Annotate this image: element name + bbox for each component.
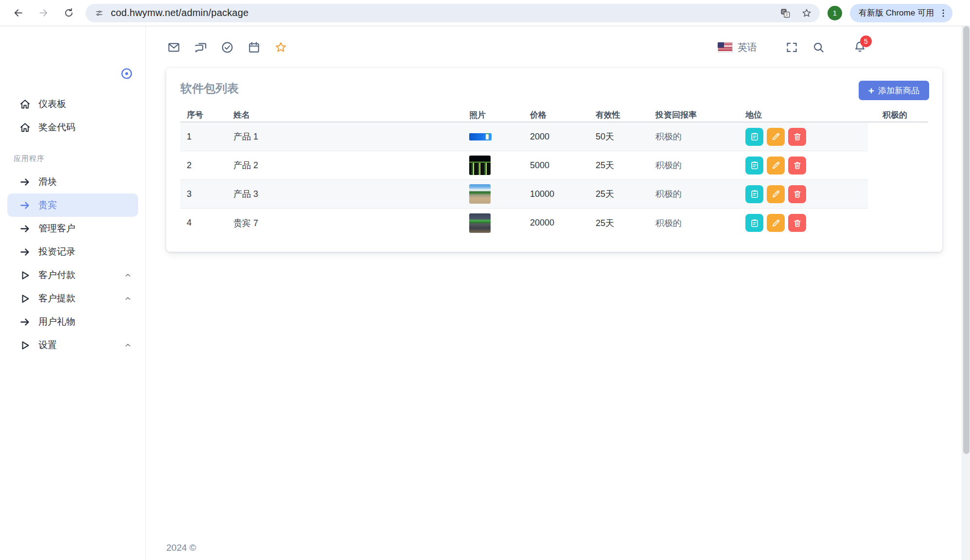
column-header: 照片 <box>469 107 486 122</box>
column-header: 姓名 <box>233 107 250 122</box>
notifications-button[interactable]: 5 <box>840 40 866 55</box>
column-header: 有效性 <box>596 107 620 122</box>
table-body: 1产品 1200050天积极的2产品 2500025天积极的3产品 310000… <box>180 122 868 237</box>
row-actions <box>745 214 806 232</box>
scrollbar-thumb[interactable] <box>963 26 970 454</box>
name-cell: 产品 3 <box>233 180 258 208</box>
num-cell: 50天 <box>596 122 614 151</box>
num-cell: 4 <box>187 209 192 237</box>
sidebar-item-label: 投资记录 <box>38 245 75 258</box>
view-button[interactable] <box>745 185 763 203</box>
chat-icon[interactable] <box>194 41 207 54</box>
address-bar-actions: G文 <box>780 8 812 18</box>
sidebar-item-label: 奖金代码 <box>38 121 75 134</box>
delete-button[interactable] <box>788 214 806 232</box>
product-photo-station-dusk <box>469 213 491 233</box>
edit-button[interactable] <box>767 128 785 146</box>
view-button[interactable] <box>745 214 763 232</box>
delete-button[interactable] <box>788 185 806 203</box>
check-circle-icon[interactable] <box>221 41 234 54</box>
name-cell: 贵宾 7 <box>233 209 258 237</box>
product-photo-blue-banner <box>469 133 492 140</box>
address-bar[interactable]: cod.hwymw.net/admin/package G文 <box>86 4 820 22</box>
column-header: 地位 <box>745 107 762 122</box>
calendar-icon[interactable] <box>247 41 261 54</box>
name-cell: 产品 2 <box>233 151 258 179</box>
browser-back-button[interactable] <box>10 5 26 21</box>
topbar: 英语 5 <box>146 26 970 68</box>
arrow-icon <box>19 176 31 188</box>
back-arrow-icon <box>13 7 24 18</box>
chevron-up-icon[interactable] <box>123 271 132 280</box>
sidebar-item-user-gifts[interactable]: 用户礼物 <box>7 310 138 333</box>
sidebar-item-manage-customers[interactable]: 管理客户 <box>7 217 138 240</box>
actions-wrap-cell <box>745 122 806 151</box>
browser-profile-avatar[interactable]: 1 <box>828 6 842 20</box>
add-product-label: 添加新商品 <box>878 85 919 96</box>
actions-wrap-cell <box>745 180 806 208</box>
translate-icon[interactable]: G文 <box>780 8 791 18</box>
sidebar-section-label: 应用程序 <box>0 147 145 170</box>
chrome-update-chip[interactable]: 有新版 Chrome 可用 <box>850 4 952 22</box>
page-scrollbar[interactable] <box>962 26 970 560</box>
sidebar-item-dashboard[interactable]: 仪表板 <box>7 92 138 116</box>
table-row: 1产品 1200050天积极的 <box>180 122 868 151</box>
sidebar-item-label: 客户付款 <box>38 269 75 281</box>
url-text[interactable]: cod.hwymw.net/admin/package <box>111 7 248 18</box>
num-cell: 2 <box>187 151 192 179</box>
trash-icon <box>793 132 802 141</box>
star-icon[interactable] <box>274 41 287 54</box>
num-cell: 25天 <box>596 180 614 208</box>
page-title: 软件包列表 <box>180 81 239 96</box>
delete-button[interactable] <box>788 157 806 175</box>
browser-forward-button[interactable] <box>35 5 52 21</box>
us-flag-icon[interactable] <box>718 42 733 52</box>
row-actions <box>745 185 806 203</box>
chevron-up-icon[interactable] <box>123 341 132 350</box>
bookmark-star-icon[interactable] <box>801 8 812 18</box>
sidebar-item-investment-records[interactable]: 投资记录 <box>7 240 138 263</box>
language-label[interactable]: 英语 <box>738 41 757 54</box>
home-icon <box>19 122 31 133</box>
clipboard-icon <box>750 132 759 141</box>
mail-icon[interactable] <box>167 41 180 54</box>
browser-menu-icon[interactable] <box>938 8 949 18</box>
sidebar-item-customer-payments[interactable]: 客户付款 <box>7 263 138 287</box>
play-icon <box>19 293 31 304</box>
edit-button[interactable] <box>767 214 785 232</box>
pencil-icon <box>771 132 781 141</box>
column-header: 积极的 <box>882 107 907 122</box>
sidebar: 仪表板奖金代码应用程序滑块贵宾管理客户投资记录客户付款客户提款用户礼物设置 <box>0 26 146 560</box>
home-icon <box>19 99 31 110</box>
sidebar-item-customer-withdrawals[interactable]: 客户提款 <box>7 287 138 310</box>
sidebar-item-slider[interactable]: 滑块 <box>7 170 138 193</box>
actions-wrap-cell <box>745 151 806 179</box>
search-icon[interactable] <box>812 41 825 54</box>
notification-badge: 5 <box>860 35 872 47</box>
edit-button[interactable] <box>767 185 785 203</box>
delete-button[interactable] <box>788 128 806 146</box>
site-settings-icon[interactable] <box>94 8 104 18</box>
sidebar-item-bonus-code[interactable]: 奖金代码 <box>7 116 138 139</box>
browser-reload-button[interactable] <box>60 5 77 21</box>
add-product-button[interactable]: + 添加新商品 <box>859 81 929 100</box>
forward-arrow-icon <box>38 7 49 18</box>
view-button[interactable] <box>745 157 763 175</box>
topbar-right: 英语 5 <box>718 26 866 68</box>
fullscreen-icon[interactable] <box>785 41 798 54</box>
view-button[interactable] <box>745 128 763 146</box>
sidebar-item-settings[interactable]: 设置 <box>7 333 138 357</box>
sidebar-toggle-icon[interactable] <box>120 67 133 80</box>
roi-cell: 积极的 <box>655 209 682 237</box>
num-cell: 25天 <box>596 209 614 237</box>
pencil-icon <box>771 189 781 199</box>
clipboard-icon <box>750 160 759 170</box>
edit-button[interactable] <box>767 157 785 175</box>
pencil-icon <box>771 160 781 170</box>
sidebar-item-label: 滑块 <box>38 175 57 188</box>
sidebar-item-vip[interactable]: 贵宾 <box>7 193 138 217</box>
num-cell: 25天 <box>596 151 614 179</box>
num-cell: 2000 <box>530 122 549 151</box>
chevron-up-icon[interactable] <box>123 294 132 303</box>
arrow-icon <box>19 316 31 328</box>
